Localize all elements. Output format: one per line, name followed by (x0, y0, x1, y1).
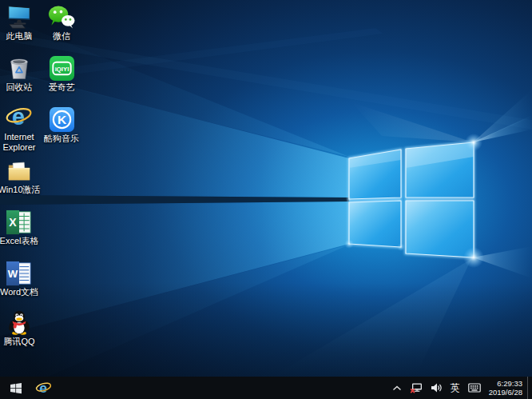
desktop-icon-this-pc[interactable]: 此电脑 (0, 3, 42, 42)
svg-text:K: K (57, 113, 66, 126)
desktop-icon-label: 腾讯QQ (0, 337, 42, 347)
speaker-volume-icon (431, 383, 443, 393)
desktop-icon-label: Win10激活 (0, 185, 42, 195)
taskbar: e (0, 377, 532, 399)
svg-text:iQIYI: iQIYI (54, 66, 69, 73)
iqiyi-icon: iQIYI (47, 54, 76, 82)
desktop-icon-wechat[interactable]: 微信 (39, 3, 84, 42)
windows-logo-icon (10, 382, 22, 394)
start-button[interactable] (0, 377, 32, 399)
kugou-music-icon: K (47, 106, 76, 133)
network-disconnected-icon (410, 382, 423, 393)
network-status-button[interactable] (406, 377, 427, 399)
svg-text:X: X (9, 216, 17, 229)
desktop-icon-kugou-music[interactable]: K 酷狗音乐 (39, 106, 84, 144)
taskbar-internet-explorer-button[interactable]: e (32, 377, 56, 399)
desktop-icon-label: 此电脑 (0, 31, 42, 42)
desktop-icon-win10-activate[interactable]: Win10激活 (0, 157, 42, 195)
desktop-icon-label: 爱奇艺 (39, 82, 84, 93)
show-hidden-icons-button[interactable] (388, 377, 406, 399)
show-desktop-button[interactable] (527, 377, 532, 399)
system-tray: 英 6:29:33 2019/6/28 (388, 377, 532, 399)
internet-explorer-icon: e (5, 104, 34, 131)
desktop-icon-label: 微信 (39, 31, 84, 42)
desktop-icon-label: 回收站 (0, 82, 42, 93)
taskbar-empty-area (56, 377, 388, 399)
touch-keyboard-icon (468, 383, 481, 393)
desktop-icon-label: 酷狗音乐 (39, 134, 84, 144)
desktop-icon-word[interactable]: W Word文档 (0, 259, 42, 297)
desktop-icon-label: Excel表格 (0, 236, 42, 246)
ime-keyboard-button[interactable] (464, 377, 485, 399)
clock-date: 2019/6/28 (489, 388, 522, 397)
wechat-icon (47, 3, 76, 30)
recycle-bin-icon (5, 54, 34, 82)
desktop-icon-iqiyi[interactable]: iQIYI 爱奇艺 (39, 54, 84, 93)
desktop-icon-excel[interactable]: X Excel表格 (0, 208, 42, 246)
language-indicator[interactable]: 英 (447, 381, 464, 395)
excel-icon: X (5, 208, 34, 235)
taskbar-clock[interactable]: 6:29:33 2019/6/28 (485, 379, 527, 397)
desktop-icon-internet-explorer[interactable]: e Internet Explorer (0, 104, 42, 153)
clock-time: 6:29:33 (489, 379, 522, 389)
volume-button[interactable] (427, 377, 447, 399)
chevron-up-icon (392, 385, 402, 391)
desktop-icon-recycle-bin[interactable]: 回收站 (0, 54, 42, 93)
desktop-icon-label: Internet Explorer (0, 132, 42, 153)
desktop-icon-label: Word文档 (0, 287, 42, 297)
qq-penguin-icon (5, 309, 34, 336)
desktop: 此电脑 微信 回收站 (0, 0, 532, 399)
word-icon: W (5, 259, 34, 286)
folder-icon (5, 157, 34, 184)
this-pc-icon (5, 3, 34, 30)
svg-text:W: W (8, 268, 18, 280)
internet-explorer-icon: e (35, 380, 53, 397)
desktop-icon-tencent-qq[interactable]: 腾讯QQ (0, 309, 42, 347)
